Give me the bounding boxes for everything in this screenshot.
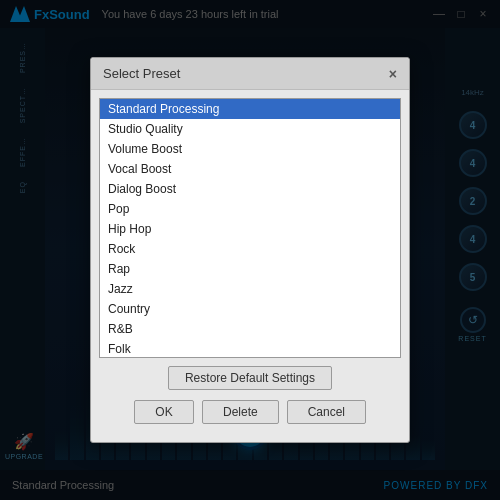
preset-item[interactable]: Standard Processing [100,99,400,119]
dialog-footer: OK Delete Cancel [99,394,401,434]
preset-item[interactable]: Folk [100,339,400,358]
preset-item[interactable]: Country [100,299,400,319]
delete-button[interactable]: Delete [202,400,279,424]
select-preset-dialog: Select Preset × Standard ProcessingStudi… [90,57,410,443]
preset-item[interactable]: Studio Quality [100,119,400,139]
preset-item[interactable]: Jazz [100,279,400,299]
preset-item[interactable]: Hip Hop [100,219,400,239]
preset-item[interactable]: Pop [100,199,400,219]
restore-section: Restore Default Settings [99,366,401,390]
preset-item[interactable]: Vocal Boost [100,159,400,179]
ok-button[interactable]: OK [134,400,194,424]
preset-item[interactable]: Rock [100,239,400,259]
dialog-close-button[interactable]: × [389,67,397,81]
cancel-button[interactable]: Cancel [287,400,366,424]
dialog-title: Select Preset [103,66,180,81]
preset-listbox[interactable]: Standard ProcessingStudio QualityVolume … [99,98,401,358]
dialog-body: Standard ProcessingStudio QualityVolume … [91,90,409,442]
preset-item[interactable]: Rap [100,259,400,279]
restore-defaults-button[interactable]: Restore Default Settings [168,366,332,390]
modal-overlay: Select Preset × Standard ProcessingStudi… [0,0,500,500]
preset-item[interactable]: R&B [100,319,400,339]
preset-item[interactable]: Volume Boost [100,139,400,159]
preset-item[interactable]: Dialog Boost [100,179,400,199]
dialog-header: Select Preset × [91,58,409,90]
